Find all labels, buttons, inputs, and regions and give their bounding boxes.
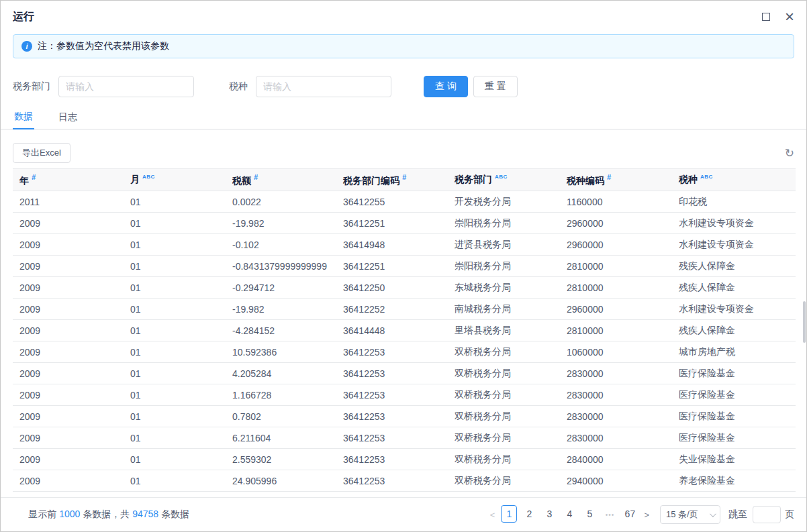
- table-cell: 01: [124, 234, 226, 256]
- info-alert: i 注：参数值为空代表禁用该参数: [13, 34, 794, 58]
- reset-button[interactable]: 重 置: [473, 76, 518, 97]
- table-cell: 01: [124, 299, 226, 320]
- column-header-1: 年#: [13, 169, 124, 191]
- summary-prefix: 显示前: [28, 509, 59, 519]
- table-cell: 36412251: [336, 256, 448, 277]
- table-cell: 2.559302: [226, 449, 336, 470]
- table-cell: 36412253: [336, 449, 448, 470]
- result-summary: 显示前 1000 条数据，共 94758 条数据: [13, 498, 189, 531]
- table-cell: 2830000: [560, 406, 672, 427]
- table-cell: 24.905996: [226, 470, 336, 492]
- table-cell: 2960000: [560, 234, 672, 256]
- table-cell: 双桥税务分局: [448, 492, 560, 498]
- table-cell: 崇阳税务分局: [448, 256, 560, 277]
- tab-log[interactable]: 日志: [57, 107, 79, 129]
- table-cell: 36412253: [336, 341, 448, 363]
- page-button-4[interactable]: 4: [561, 505, 577, 523]
- table-cell: 36412255: [336, 191, 448, 213]
- table-cell: 01: [124, 191, 226, 213]
- table-cell: 36412251: [336, 213, 448, 234]
- scrollbar-thumb[interactable]: [803, 301, 806, 343]
- table-cell: 01: [124, 277, 226, 299]
- table-cell: 0.0022: [226, 191, 336, 213]
- column-header-7: 税种ABC: [672, 169, 796, 191]
- page-button-3[interactable]: 3: [541, 505, 557, 523]
- table-cell: 2009: [13, 427, 124, 449]
- table-row: 200901-0.29471236412250东城税务分局2810000残疾人保…: [13, 277, 796, 299]
- column-label: 税务部门: [455, 174, 492, 184]
- table-cell: -4.284152: [226, 320, 336, 341]
- summary-mid: 条数据，共: [80, 509, 132, 519]
- table-cell: 东城税务分局: [448, 277, 560, 299]
- page-list: 12345•••67: [499, 505, 640, 524]
- tax-dept-label: 税务部门: [13, 81, 50, 93]
- table-cell: 残疾人保障金: [672, 320, 796, 341]
- table-row: 2009012.55930236412253双桥税务分局2840000失业保险基…: [13, 449, 796, 470]
- page-ellipsis[interactable]: •••: [602, 507, 618, 524]
- table-cell: 01: [124, 256, 226, 277]
- table-cell: 2009: [13, 449, 124, 470]
- table-cell: 双桥税务分局: [448, 384, 560, 406]
- table-row: 200901-0.10236414948进贤县税务局2960000水利建设专项资…: [13, 234, 796, 256]
- table-cell: 印花税: [672, 191, 796, 213]
- column-label: 年: [19, 174, 29, 185]
- table-cell: -0.8431379999999999: [226, 256, 336, 277]
- alert-text: 注：参数值为空代表禁用该参数: [38, 40, 169, 52]
- table-toolbar: 导出Excel ↻: [13, 143, 794, 163]
- table-cell: 36414448: [336, 320, 448, 341]
- table-cell: 2940000: [560, 470, 672, 492]
- table-cell: 01: [124, 363, 226, 384]
- next-page-button[interactable]: >: [640, 510, 653, 520]
- page-button-5[interactable]: 5: [581, 505, 598, 523]
- data-table: 年#月ABC税额#税务部门编码#税务部门ABC税种编码#税种ABC 201101…: [13, 168, 796, 497]
- chevron-down-icon: [710, 511, 716, 517]
- table-cell: 2810000: [560, 256, 672, 277]
- dialog-titlebar: 运行 ×: [1, 1, 806, 33]
- refresh-icon[interactable]: ↻: [785, 148, 794, 159]
- table-cell: 36412253: [336, 492, 448, 498]
- table-row: 2011010.002236412255开发税务分局1160000印花税: [13, 191, 796, 213]
- table-cell: 2960000: [560, 213, 672, 234]
- table-cell: 1.166728: [226, 384, 336, 406]
- table-cell: 2810000: [560, 320, 672, 341]
- page-button-67[interactable]: 67: [622, 505, 638, 523]
- table-cell: 10.592386: [226, 341, 336, 363]
- table-cell: 2009: [13, 363, 124, 384]
- window-controls: ×: [762, 11, 794, 22]
- page-button-2[interactable]: 2: [521, 505, 537, 523]
- table-cell: -19.982: [226, 299, 336, 320]
- column-label: 税种编码: [567, 174, 604, 185]
- tax-type-input[interactable]: [256, 76, 391, 97]
- table-cell: 2009: [13, 299, 124, 320]
- jump-unit-label: 页: [785, 509, 794, 521]
- table-cell: 开发税务分局: [448, 191, 560, 213]
- table-cell: 双桥税务分局: [448, 449, 560, 470]
- tab-data[interactable]: 数据: [13, 106, 34, 129]
- table-row: 200901-0.843137999999999936412251崇阳税务分局2…: [13, 256, 796, 277]
- table-cell: 36414948: [336, 234, 448, 256]
- close-icon[interactable]: ×: [785, 11, 794, 22]
- prev-page-button[interactable]: <: [486, 510, 500, 520]
- page-button-1[interactable]: 1: [501, 505, 517, 523]
- table-cell: 36412250: [336, 277, 448, 299]
- jump-page-input[interactable]: [753, 506, 781, 523]
- table-cell: 0.7802: [226, 406, 336, 427]
- page-size-select[interactable]: 15 条/页: [660, 505, 720, 524]
- table-cell: 残疾人保障金: [672, 256, 796, 277]
- string-type-icon: ABC: [495, 174, 508, 180]
- tax-dept-input[interactable]: [58, 76, 194, 97]
- table-cell: 01: [124, 341, 226, 363]
- table-cell: 2009: [13, 234, 124, 256]
- table-cell: 进贤县税务局: [448, 234, 560, 256]
- table-cell: 医疗保险基金: [672, 384, 796, 406]
- search-button[interactable]: 查 询: [424, 76, 468, 97]
- maximize-icon[interactable]: [762, 13, 770, 21]
- string-type-icon: ABC: [142, 174, 155, 180]
- tab-bar: 数据 日志: [1, 105, 806, 129]
- column-header-5: 税务部门ABC: [448, 169, 560, 191]
- numeric-type-icon: #: [607, 173, 611, 181]
- table-header-row: 年#月ABC税额#税务部门编码#税务部门ABC税种编码#税种ABC: [13, 169, 796, 191]
- shown-count: 1000: [59, 509, 80, 519]
- table-cell: 双桥税务分局: [448, 470, 560, 492]
- export-excel-button[interactable]: 导出Excel: [13, 143, 70, 163]
